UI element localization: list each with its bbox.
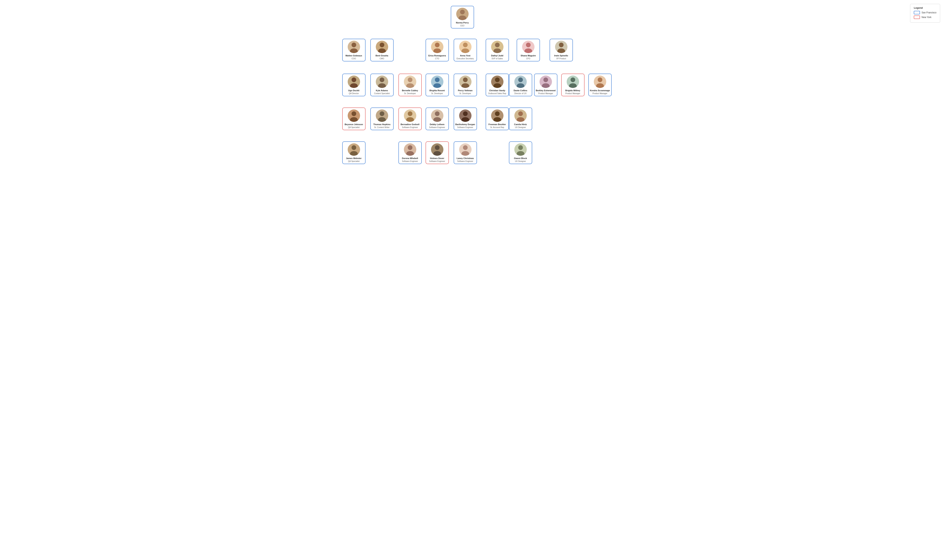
avatar-birgitta: [431, 75, 444, 88]
node-freeman: Freeman Beuhler Sr. Account Rep: [486, 108, 509, 130]
name-ceo: Norma Perry: [456, 21, 469, 24]
avatar-ceo: [456, 8, 469, 20]
name-berkley: Berkley Esherwood: [536, 89, 556, 92]
card-thomas[interactable]: Thomas Hopkins Sr. Content Writer: [370, 108, 394, 130]
avatar-james: [348, 143, 360, 156]
node-bernadine: Bernadine Godsell Software Engineer: [399, 108, 422, 130]
name-ugo: Ugo Duckit: [348, 89, 359, 92]
name-kyle: Kyle Adams: [376, 89, 388, 92]
name-cfo: Shana Maguire: [521, 54, 536, 57]
title-dorena: Software Engineer: [402, 160, 418, 163]
avatar-beyonce: [348, 109, 360, 122]
svg-point-129: [463, 111, 468, 116]
svg-point-90: [380, 77, 384, 82]
title-birgitta: Sr. Developer: [431, 92, 443, 95]
name-svp-sales: Dathyl Judd: [491, 54, 503, 57]
node-bernelle: Bernelle Cubley Sr. Developer: [399, 74, 422, 96]
card-camila[interactable]: Camila Hintz UX Designer: [509, 108, 532, 130]
card-holmes[interactable]: Holmes Dever Software Engineer: [426, 142, 449, 164]
name-bartholemy: Bartholemy Durgan: [455, 123, 475, 126]
avatar-bernadine: [404, 109, 416, 122]
avatar-svp-sales: [491, 41, 504, 53]
title-exec-sec: Executive Secretary: [457, 57, 474, 60]
card-james[interactable]: James Webster QA Specialist: [342, 142, 365, 164]
svg-point-105: [518, 77, 523, 82]
card-ceo[interactable]: Norma Perry CEO: [451, 6, 474, 28]
svg-point-108: [544, 77, 548, 82]
avatar-laney: [459, 143, 471, 156]
node-cfo: Shana Maguire CFO: [517, 39, 540, 62]
title-beyonce: QA Specialist: [348, 126, 359, 129]
card-cto[interactable]: Erica Romaguera CTO: [426, 39, 449, 62]
node-kyle: Kyle Adams Content Specialist: [370, 74, 394, 96]
avatar-cfo: [522, 41, 534, 53]
node-beyonce: Beyonce Johnson QA Specialist: [342, 108, 365, 130]
card-cmo[interactable]: Bent Grasha CMO: [370, 39, 394, 62]
svg-point-114: [598, 77, 602, 82]
node-ugo: Ugo Duckit QA Director: [342, 74, 365, 96]
card-freeman[interactable]: Freeman Beuhler Sr. Account Rep: [486, 108, 509, 130]
card-coo[interactable]: Matteo Gobeaux COO: [342, 39, 365, 62]
svg-point-69: [380, 43, 384, 47]
name-camila: Camila Hintz: [514, 123, 527, 126]
name-kendra: Kendra Scrammage: [590, 89, 610, 92]
name-dorena: Dorena Whebell: [402, 157, 418, 160]
title-thomas: Sr. Content Writer: [374, 126, 390, 129]
svg-point-123: [408, 111, 413, 116]
avatar-bernelle: [404, 75, 416, 88]
name-coo: Matteo Gobeaux: [345, 54, 362, 57]
svg-point-135: [518, 111, 523, 116]
svg-point-84: [559, 43, 564, 47]
card-laney[interactable]: Laney Christmas Software Engineer: [454, 142, 477, 164]
card-debby[interactable]: Debby Lethem Software Engineer: [426, 108, 449, 130]
card-brigida[interactable]: Brigida Withey Product Manager: [561, 74, 585, 96]
name-bernadine: Bernadine Godsell: [400, 123, 419, 126]
name-christian: Christian Vandy: [489, 89, 505, 92]
card-percy[interactable]: Percy Veltman Sr. Developer: [454, 74, 477, 96]
card-christian[interactable]: Christian Vandy Outbound Sales Rep: [486, 74, 509, 96]
avatar-thomas: [376, 109, 388, 122]
avatar-vp-product: [555, 41, 567, 53]
avatar-cto: [431, 41, 444, 53]
svg-point-81: [526, 43, 531, 47]
avatar-bartholemy: [459, 109, 471, 122]
card-kyle[interactable]: Kyle Adams Content Specialist: [370, 74, 394, 96]
legend-item-sf: San Francisco: [914, 11, 936, 14]
node-birgitta: Birgitta Rosoni Sr. Developer: [426, 74, 449, 96]
node-percy: Percy Veltman Sr. Developer: [454, 74, 477, 96]
title-ceo: CEO: [460, 25, 465, 27]
title-cfo: CFO: [526, 57, 530, 60]
name-laney: Laney Christmas: [457, 157, 474, 160]
svg-point-132: [495, 111, 500, 116]
card-svp-sales[interactable]: Dathyl Judd SVP of Sales: [486, 39, 509, 62]
name-birgitta: Birgitta Rosoni: [430, 89, 445, 92]
card-berkley[interactable]: Berkley Esherwood Product Manager: [534, 74, 557, 96]
card-vp-product[interactable]: Irwin Spinello VP Product: [550, 39, 573, 62]
card-birgitta[interactable]: Birgitta Rosoni Sr. Developer: [426, 74, 449, 96]
avatar-dante: [514, 75, 527, 88]
card-gianni[interactable]: Gianni Block UX Designer: [509, 142, 532, 164]
title-cto: CTO: [435, 57, 439, 60]
legend-label-ny: New York: [921, 16, 932, 18]
card-bernelle[interactable]: Bernelle Cubley Sr. Developer: [399, 74, 422, 96]
card-bartholemy[interactable]: Bartholemy Durgan Software Engineer: [454, 108, 477, 130]
title-holmes: Software Engineer: [429, 160, 445, 163]
title-percy: Sr. Developer: [459, 92, 471, 95]
node-svp-sales: Dathyl Judd SVP of Sales: [486, 39, 509, 62]
title-coo: COO: [351, 57, 356, 60]
node-dorena: Dorena Whebell Software Engineer: [399, 142, 422, 164]
name-freeman: Freeman Beuhler: [488, 123, 506, 126]
card-cfo[interactable]: Shana Maguire CFO: [517, 39, 540, 62]
card-exec-sec[interactable]: Anna Yost Executive Secretary: [454, 39, 477, 62]
card-ugo[interactable]: Ugo Duckit QA Director: [342, 74, 365, 96]
name-dante: Dante Collins: [514, 89, 527, 92]
title-debby: Software Engineer: [429, 126, 445, 129]
avatar-kyle: [376, 75, 388, 88]
node-bartholemy: Bartholemy Durgan Software Engineer: [454, 108, 477, 130]
card-beyonce[interactable]: Beyonce Johnson QA Specialist: [342, 108, 365, 130]
card-bernadine[interactable]: Bernadine Godsell Software Engineer: [399, 108, 422, 130]
card-dorena[interactable]: Dorena Whebell Software Engineer: [399, 142, 422, 164]
svg-point-66: [351, 43, 356, 47]
card-dante[interactable]: Dante Collins Director of UX: [509, 74, 532, 96]
card-kendra[interactable]: Kendra Scrammage Product Manager: [588, 74, 611, 96]
